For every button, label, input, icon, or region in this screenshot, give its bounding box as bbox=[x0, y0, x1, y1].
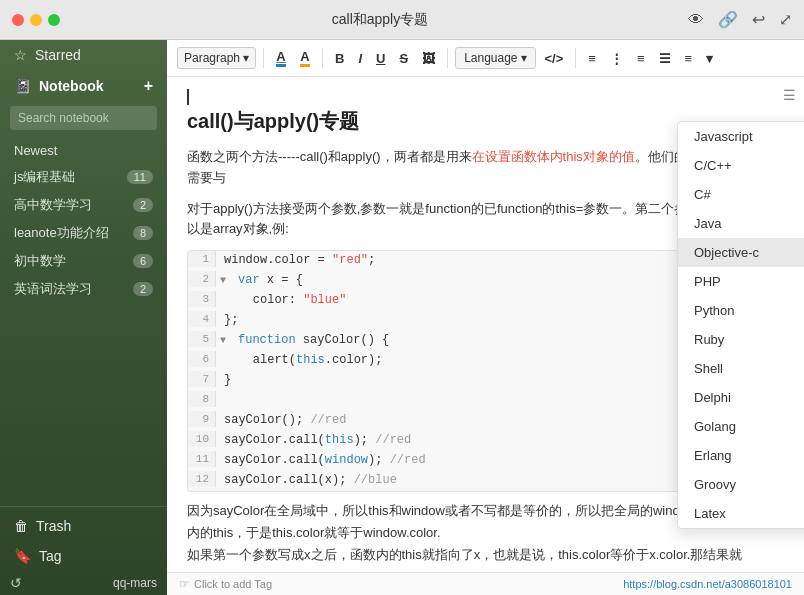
notebook-entry-1[interactable]: 高中数学学习 2 bbox=[0, 191, 167, 219]
paragraph-dropdown[interactable]: Paragraph ▾ bbox=[177, 47, 256, 69]
separator-1 bbox=[263, 48, 264, 68]
sidebar-item-tag[interactable]: 🔖 Tag bbox=[0, 541, 167, 571]
dropdown-item-java[interactable]: Java bbox=[678, 209, 804, 238]
dropdown-item-python[interactable]: Python bbox=[678, 296, 804, 325]
notebook-count-1: 2 bbox=[133, 198, 153, 212]
dropdown-item-shell[interactable]: Shell bbox=[678, 354, 804, 383]
dropdown-item-latex[interactable]: Latex bbox=[678, 499, 804, 528]
more-button[interactable]: ▾ bbox=[701, 48, 718, 69]
dropdown-item-objectivec[interactable]: Objective-c bbox=[678, 238, 804, 267]
align-right-button[interactable]: ≡ bbox=[680, 48, 698, 69]
eye-icon[interactable]: 👁 bbox=[688, 11, 704, 29]
tag-icon: ☞ bbox=[179, 577, 190, 591]
tag-label: Tag bbox=[39, 548, 62, 564]
align-left-button[interactable]: ≡ bbox=[632, 48, 650, 69]
sidebar-footer: ↺ qq-mars bbox=[0, 571, 167, 595]
notebook-count-0: 11 bbox=[127, 170, 153, 184]
newest-label: Newest bbox=[14, 143, 57, 158]
editor-toolbar: Paragraph ▾ A A B I U S bbox=[167, 40, 804, 77]
italic-button[interactable]: I bbox=[353, 48, 367, 69]
dropdown-item-csharp[interactable]: C# bbox=[678, 180, 804, 209]
bookmark-icon: 🔖 bbox=[14, 548, 31, 564]
language-arrow-icon: ▾ bbox=[521, 51, 527, 65]
note-para-1-highlight: 在设置函数体内this对象的值 bbox=[472, 149, 635, 164]
star-icon: ☆ bbox=[14, 47, 27, 63]
align-center-button[interactable]: ☰ bbox=[654, 48, 676, 69]
underline-button[interactable]: U bbox=[371, 48, 390, 69]
dropdown-item-erlang[interactable]: Erlang bbox=[678, 441, 804, 470]
notebook-entry-3[interactable]: 初中数学 6 bbox=[0, 247, 167, 275]
list-ol-button[interactable]: ⋮ bbox=[605, 48, 628, 69]
notebook-label: Notebook bbox=[39, 78, 104, 94]
strikethrough-button[interactable]: S bbox=[394, 48, 413, 69]
paragraph-label: Paragraph bbox=[184, 51, 240, 65]
font-color-button[interactable]: A bbox=[271, 46, 291, 70]
dropdown-item-groovy[interactable]: Groovy bbox=[678, 470, 804, 499]
sidebar-divider bbox=[0, 506, 167, 507]
title-bar: call和apply专题 👁 🔗 ↩ ⤢ bbox=[0, 0, 804, 40]
add-notebook-icon[interactable]: + bbox=[144, 77, 153, 95]
sync-icon[interactable]: ↺ bbox=[10, 575, 22, 591]
font-bg-label: A bbox=[300, 49, 309, 64]
search-input[interactable] bbox=[10, 106, 157, 130]
tag-placeholder: Click to add Tag bbox=[194, 578, 272, 590]
dropdown-item-php[interactable]: PHP bbox=[678, 267, 804, 296]
sidebar-item-starred[interactable]: ☆ Starred bbox=[0, 40, 167, 70]
main-layout: ☆ Starred 📓 Notebook + Newest js编程基础 11 … bbox=[0, 40, 804, 595]
title-icons: 👁 🔗 ↩ ⤢ bbox=[688, 10, 792, 29]
dropdown-item-cpp[interactable]: C/C++ bbox=[678, 151, 804, 180]
arrow-5: ▼ bbox=[216, 331, 230, 346]
notebook-count-3: 6 bbox=[133, 254, 153, 268]
image-icon: 🖼 bbox=[422, 51, 435, 66]
tag-area[interactable]: ☞ Click to add Tag bbox=[179, 577, 272, 591]
bold-button[interactable]: B bbox=[330, 48, 349, 69]
dropdown-item-delphi[interactable]: Delphi bbox=[678, 383, 804, 412]
editor-cursor bbox=[187, 89, 189, 105]
notebook-entry-2[interactable]: leanote功能介绍 8 bbox=[0, 219, 167, 247]
user-label: qq-mars bbox=[113, 576, 157, 590]
minimize-button[interactable] bbox=[30, 14, 42, 26]
separator-4 bbox=[575, 48, 576, 68]
notebook-icon: 📓 bbox=[14, 78, 31, 94]
editor-content[interactable]: call()与apply()专题 函数之两个方法-----call()和appl… bbox=[167, 77, 804, 572]
language-dropdown[interactable]: Language ▾ bbox=[455, 47, 535, 69]
font-bg-bar bbox=[300, 64, 310, 67]
separator-2 bbox=[322, 48, 323, 68]
editor-area: Paragraph ▾ A A B I U S bbox=[167, 40, 804, 595]
arrow-2: ▼ bbox=[216, 271, 230, 286]
separator-3 bbox=[447, 48, 448, 68]
window-buttons bbox=[12, 14, 60, 26]
paragraph-arrow-icon: ▾ bbox=[243, 51, 249, 65]
font-color-bar bbox=[276, 64, 286, 67]
notebook-name-0: js编程基础 bbox=[14, 168, 127, 186]
starred-label: Starred bbox=[35, 47, 81, 63]
trash-icon: 🗑 bbox=[14, 518, 28, 534]
notebook-name-4: 英语词法学习 bbox=[14, 280, 133, 298]
expand-icon[interactable]: ⤢ bbox=[779, 10, 792, 29]
sidebar-notebook-header[interactable]: 📓 Notebook + bbox=[0, 70, 167, 102]
notebook-count-2: 8 bbox=[133, 226, 153, 240]
right-menu-icon[interactable]: ☰ bbox=[783, 87, 796, 103]
link-icon[interactable]: 🔗 bbox=[718, 10, 738, 29]
close-button[interactable] bbox=[12, 14, 24, 26]
notebook-name-2: leanote功能介绍 bbox=[14, 224, 133, 242]
notebook-entry-4[interactable]: 英语词法学习 2 bbox=[0, 275, 167, 303]
font-bg-button[interactable]: A bbox=[295, 46, 315, 70]
trash-label: Trash bbox=[36, 518, 71, 534]
code-button[interactable]: </> bbox=[540, 48, 569, 69]
maximize-button[interactable] bbox=[48, 14, 60, 26]
dropdown-item-golang[interactable]: Golang bbox=[678, 412, 804, 441]
sidebar-item-trash[interactable]: 🗑 Trash bbox=[0, 511, 167, 541]
dropdown-item-javascript[interactable]: Javascript bbox=[678, 122, 804, 151]
image-button[interactable]: 🖼 bbox=[417, 48, 440, 69]
underline-label: U bbox=[376, 51, 385, 66]
list-ul-button[interactable]: ≡ bbox=[583, 48, 601, 69]
notebook-entry-0[interactable]: js编程基础 11 bbox=[0, 163, 167, 191]
dropdown-item-ruby[interactable]: Ruby bbox=[678, 325, 804, 354]
undo-icon[interactable]: ↩ bbox=[752, 10, 765, 29]
source-url[interactable]: https://blog.csdn.net/a3086018101 bbox=[623, 578, 792, 590]
language-dropdown-menu[interactable]: Javascript C/C++ C# Java Objective-c PHP… bbox=[677, 121, 804, 529]
editor-bottom-bar: ☞ Click to add Tag https://blog.csdn.net… bbox=[167, 572, 804, 595]
sidebar-item-newest[interactable]: Newest bbox=[0, 138, 167, 163]
strikethrough-label: S bbox=[399, 51, 408, 66]
